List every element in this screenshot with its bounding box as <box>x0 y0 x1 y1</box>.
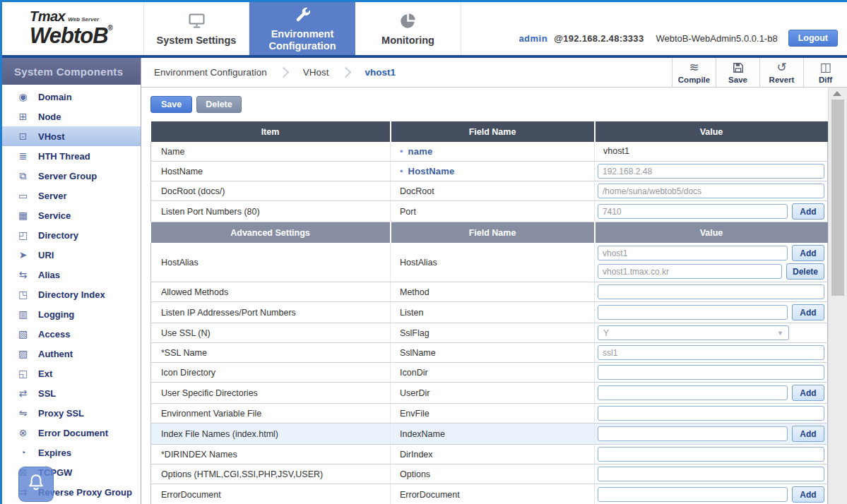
listen-input[interactable] <box>598 305 788 320</box>
add-button[interactable]: Add <box>792 203 824 220</box>
field-name-label: Listen <box>400 308 423 318</box>
add-button[interactable]: Add <box>792 426 824 442</box>
sidebar-item-expires[interactable]: ◔Expires <box>2 443 141 462</box>
sslname-input[interactable] <box>598 345 824 360</box>
server-group-icon: ⧉ <box>17 171 29 181</box>
scroll-up-arrow-icon[interactable] <box>833 91 841 96</box>
bell-icon <box>25 472 47 496</box>
logout-button[interactable]: Logout <box>788 30 838 47</box>
field-name-label: HostAlias <box>400 258 437 268</box>
proxy-ssl-icon: ⇋ <box>17 408 29 418</box>
server-address: @192.168.2.48:3333 <box>554 33 644 44</box>
sidebar-item-domain[interactable]: ◉Domain <box>2 87 141 107</box>
field-name-cell: •HostName <box>391 162 595 181</box>
sidebar-item-vhost[interactable]: ⊡VHost <box>2 126 141 146</box>
table-section-header-row: Advanced SettingsField NameValue <box>151 222 828 244</box>
sslflag-select[interactable]: Y▼ <box>598 325 789 340</box>
sidebar-item-node[interactable]: ⊞Node <box>2 107 141 126</box>
envfile-input[interactable] <box>598 406 824 421</box>
tab-label: Monitoring <box>381 35 434 47</box>
item-cell: User Specific Directories <box>151 383 391 404</box>
toolbar-button-label: Diff <box>819 76 832 84</box>
port-input[interactable] <box>598 204 788 219</box>
table-row: Use SSL (N)SslFlagY▼ <box>151 323 828 343</box>
add-button[interactable]: Add <box>792 245 824 261</box>
sidebar-item-label: Expires <box>38 448 71 458</box>
sidebar-item-alias[interactable]: ⇆Alias <box>2 265 141 284</box>
breadcrumb-item-vhost1[interactable]: vhost1 <box>365 67 396 78</box>
tab-system-settings[interactable]: System Settings <box>143 2 249 55</box>
scrollbar-thumb[interactable] <box>831 100 844 296</box>
notification-bell-button[interactable] <box>18 467 54 502</box>
errordocument-input[interactable] <box>598 487 788 502</box>
dirindex-input[interactable] <box>598 447 824 462</box>
docroot-input[interactable] <box>598 184 824 198</box>
toolbar-button-label: Save <box>728 76 747 84</box>
method-input[interactable] <box>598 284 824 299</box>
table-row: Allowed MethodsMethod <box>151 282 828 302</box>
table-row: Listen Port Numbers (80)PortAdd <box>151 201 828 222</box>
left-accent-line <box>0 0 2 504</box>
revert-toolbar-button[interactable]: ↺Revert <box>759 58 803 87</box>
field-name-label: Method <box>400 287 430 297</box>
field-name-label: DirIndex <box>400 450 433 460</box>
add-button[interactable]: Add <box>792 486 824 503</box>
diff-toolbar-button[interactable]: ◫Diff <box>803 58 847 87</box>
hostalias-input[interactable] <box>598 246 788 260</box>
icondir-input[interactable] <box>598 365 824 380</box>
save-toolbar-button[interactable]: Save <box>716 58 759 87</box>
sidebar-item-directory-index[interactable]: ◳Directory Index <box>2 284 141 304</box>
pie-chart-icon <box>399 11 417 30</box>
item-label: Use SSL (N) <box>161 328 211 338</box>
sidebar-item-server-group[interactable]: ⧉Server Group <box>2 166 141 186</box>
sidebar-item-hth-thread[interactable]: ≣HTH Thread <box>2 146 141 166</box>
field-name-label: SslFlag <box>400 328 430 338</box>
table-row: HostName•HostName <box>151 162 828 181</box>
breadcrumb-item-vhost[interactable]: VHost <box>303 67 329 78</box>
field-name-cell: DocRoot <box>391 181 595 201</box>
hostalias-input[interactable] <box>598 264 782 279</box>
item-cell: HostAlias <box>151 243 391 282</box>
options-input[interactable] <box>598 467 824 481</box>
save-button[interactable]: Save <box>150 96 192 113</box>
name-value: vhost1 <box>598 144 629 159</box>
field-name-cell: ErrorDocument <box>391 484 595 504</box>
item-label: Options (HTML,CGI,SSI,PHP,JSV,USER) <box>161 469 323 479</box>
indexname-input[interactable] <box>598 426 788 441</box>
value-cell: Add <box>595 424 828 445</box>
sidebar-item-authent[interactable]: ▨Authent <box>2 344 141 364</box>
sidebar-item-directory[interactable]: ◰Directory <box>2 225 141 245</box>
breadcrumb-item-environment-configuration[interactable]: Environment Configuration <box>154 67 267 78</box>
sidebar-item-ssl[interactable]: ⇄SSL <box>2 383 141 403</box>
sidebar-item-logging[interactable]: ▥Logging <box>2 304 141 324</box>
tab-environment-configuration[interactable]: Environment Configuration <box>249 2 355 55</box>
diff-icon: ◫ <box>819 61 831 74</box>
field-name-cell: DirIndex <box>391 445 595 464</box>
add-button[interactable]: Add <box>792 385 824 401</box>
sidebar-item-access[interactable]: ▧Access <box>2 324 141 344</box>
sidebar-item-server[interactable]: ▭Server <box>2 186 141 205</box>
column-header: Field Name <box>391 222 595 244</box>
chevron-down-icon: ▼ <box>777 330 783 337</box>
toolbar-button-label: Compile <box>678 76 710 84</box>
hostname-input[interactable] <box>598 164 824 179</box>
sidebar-item-proxy-ssl[interactable]: ⇋Proxy SSL <box>2 403 141 423</box>
userdir-input[interactable] <box>598 385 788 400</box>
field-name-label: Options <box>400 469 430 479</box>
sidebar-item-uri[interactable]: ➤URI <box>2 245 141 265</box>
add-button[interactable]: Add <box>792 304 824 320</box>
value-cell: Add <box>595 383 828 404</box>
tab-monitoring[interactable]: Monitoring <box>355 2 461 55</box>
sidebar-item-service[interactable]: ▦Service <box>2 205 141 225</box>
ssl-icon: ⇄ <box>17 388 29 398</box>
sidebar-item-ext[interactable]: ◱Ext <box>2 364 141 383</box>
sidebar-item-label: Server <box>38 191 66 201</box>
compile-toolbar-button[interactable]: ≋Compile <box>672 58 716 87</box>
value-cell <box>595 162 828 181</box>
sidebar-item-error-document[interactable]: ⊗Error Document <box>2 423 141 443</box>
server-icon: ▭ <box>17 191 29 200</box>
value-cell <box>595 445 828 464</box>
delete-button[interactable]: Delete <box>196 96 242 113</box>
sidebar-item-label: Proxy SSL <box>38 408 84 419</box>
delete-button[interactable]: Delete <box>786 263 824 280</box>
